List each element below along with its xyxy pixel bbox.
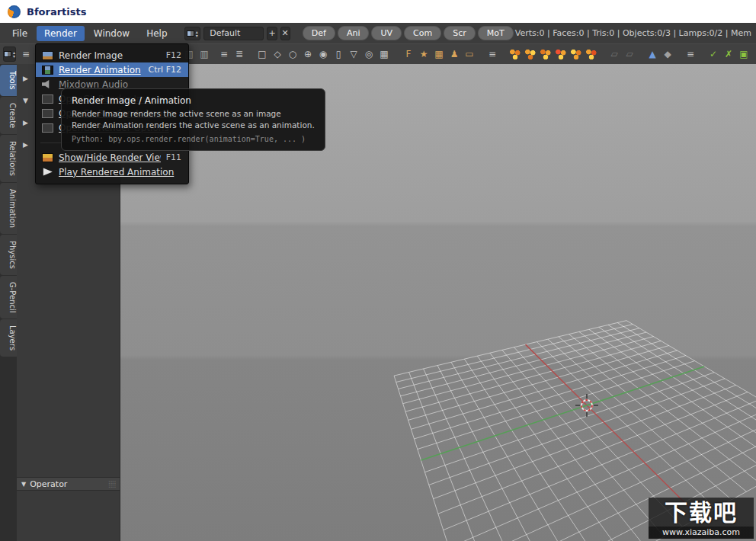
- toolbar-icons: ▥▥≡≣□◇○⊕◉▯▽◎▦F★▦♟▭≡▱▱▲◆≡✓✗▣✓✓: [182, 47, 756, 61]
- render-view-icon: [42, 153, 53, 162]
- screen-layout-button[interactable]: ▴▾: [184, 27, 201, 40]
- snap-off-icon[interactable]: ✗: [722, 47, 735, 61]
- sidebar-tab-layers[interactable]: Layers: [0, 319, 17, 357]
- particles-icon[interactable]: [508, 47, 522, 61]
- menu-item-render-image[interactable]: Render ImageF12: [36, 48, 188, 62]
- menu-icon[interactable]: ≡: [684, 47, 697, 61]
- layout-tab-mot[interactable]: MoT: [478, 26, 514, 40]
- menu-icon[interactable]: ≡: [485, 47, 499, 61]
- screen-layout-name-field[interactable]: Default: [203, 27, 264, 40]
- sequence-icon[interactable]: ▥: [197, 47, 211, 61]
- tooltip-python: Python: bpy.ops.render.render(animation=…: [72, 135, 315, 143]
- render-still-icon: [42, 51, 53, 60]
- fkey-icon[interactable]: F: [402, 47, 415, 61]
- grid-line: [599, 327, 756, 463]
- snap-icon[interactable]: ✓: [706, 47, 720, 61]
- render-animation-icon: [42, 66, 53, 75]
- sidebar-tab-physics[interactable]: Physics: [0, 235, 17, 275]
- layout-tab-uv[interactable]: UV: [371, 26, 402, 40]
- menubar-item-render[interactable]: Render: [37, 26, 85, 41]
- menu-item-label: Render Image: [59, 50, 161, 61]
- sidebar-tab-create[interactable]: Create: [0, 97, 17, 134]
- sphere-icon[interactable]: ⊕: [301, 47, 315, 61]
- layout-tab-row: DefAniUVComScrMoT: [303, 26, 514, 40]
- render-border-icon[interactable]: ▣: [737, 47, 751, 61]
- operator-panel-label: Operator: [30, 479, 67, 489]
- scene-stats: Verts:0 | Faces:0 | Tris:0 | Objects:0/3…: [515, 28, 753, 38]
- grid-line: [490, 353, 645, 541]
- particles-icon[interactable]: [554, 47, 568, 61]
- panel-grip-icon[interactable]: ⣿⣿: [108, 480, 115, 488]
- menu-item-label: Play Rendered Animation: [59, 167, 176, 178]
- editor-type-icon: [4, 51, 11, 57]
- sidebar-tab-g-pencil[interactable]: G-Pencil: [0, 276, 17, 319]
- torus-icon[interactable]: ◎: [362, 47, 376, 61]
- metaball-icon[interactable]: ◉: [316, 47, 330, 61]
- cone-icon[interactable]: ▽: [347, 47, 360, 61]
- toolshelf-tabs: ToolsCreateRelationsAnimationPhysicsG-Pe…: [0, 64, 17, 541]
- layout-tab-def[interactable]: Def: [303, 26, 335, 40]
- menubar-items: FileRenderWindowHelp: [5, 26, 175, 41]
- particles-icon[interactable]: [569, 47, 583, 61]
- tooltip-title: Render Image / Animation: [72, 95, 315, 106]
- window-title: Bforartists: [27, 6, 86, 18]
- audio-icon: [42, 80, 53, 89]
- inactive-icon[interactable]: ▱: [607, 47, 621, 61]
- list-menu-icon[interactable]: ≣: [232, 47, 246, 61]
- layout-tab-scr[interactable]: Scr: [444, 26, 476, 40]
- menu-item-play-rendered-animation[interactable]: Play Rendered Animation: [36, 165, 188, 179]
- bforartists-window: Bforartists FileRenderWindowHelp ▴▾ Defa…: [0, 0, 756, 541]
- inactive-icon[interactable]: ▱: [623, 47, 636, 61]
- particles-icon[interactable]: [524, 47, 537, 61]
- menu-item-shortcut: F11: [166, 152, 181, 162]
- menu-icon[interactable]: ≡: [217, 47, 231, 61]
- grid-icon[interactable]: ▦: [377, 47, 391, 61]
- tooltip-lines: Render Image renders the active scene as…: [72, 108, 315, 131]
- monitor-icon[interactable]: ▭: [463, 47, 476, 61]
- menubar-item-file[interactable]: File: [5, 26, 35, 41]
- star-icon[interactable]: ★: [417, 47, 431, 61]
- pivot-icon[interactable]: ◆: [661, 47, 674, 61]
- polygon-icon[interactable]: ◇: [271, 47, 284, 61]
- check-icon[interactable]: ✓: [752, 47, 756, 61]
- panel-collapse-icon: ▼: [21, 481, 26, 488]
- menu-item-shortcut: Ctrl F12: [149, 65, 181, 75]
- sidebar-tab-tools[interactable]: Tools: [0, 65, 17, 96]
- sidebar-tab-animation[interactable]: Animation: [0, 183, 17, 234]
- particles-icon[interactable]: [585, 47, 598, 61]
- delete-layout-button[interactable]: ✕: [280, 27, 290, 40]
- lattice-icon[interactable]: ▦: [432, 47, 446, 61]
- grid-line: [401, 332, 647, 396]
- watermark-url: www.xiazaiba.com: [649, 527, 754, 539]
- tooltip-line: Render Image renders the active scene as…: [72, 108, 315, 120]
- circle-icon[interactable]: ○: [286, 47, 300, 61]
- menu-item-label: Show/Hide Render View: [59, 152, 161, 163]
- add-layout-button[interactable]: +: [267, 27, 277, 40]
- opengl-icon: [42, 123, 53, 133]
- cylinder-icon[interactable]: ▯: [332, 47, 345, 61]
- sidebar-tab-relations[interactable]: Relations: [0, 135, 17, 182]
- grid-line: [569, 335, 756, 484]
- grid-line: [399, 328, 639, 389]
- grid-line: [477, 356, 625, 541]
- screen-layout-icon: [187, 30, 194, 37]
- grid-line: [464, 359, 604, 541]
- menu-item-label: Render Animation: [59, 65, 143, 75]
- manipulator-icon[interactable]: ▲: [645, 47, 659, 61]
- x-axis-line: [526, 344, 700, 517]
- grid-line: [438, 392, 748, 514]
- chevron-updown-icon: ▴▾: [196, 30, 198, 37]
- plane-icon[interactable]: □: [255, 47, 269, 61]
- particles-icon[interactable]: [539, 47, 553, 61]
- figure-icon[interactable]: ♟: [447, 47, 461, 61]
- menu-icon[interactable]: ≡: [19, 47, 33, 61]
- layout-tab-ani[interactable]: Ani: [338, 26, 370, 40]
- menu-item-render-animation[interactable]: Render AnimationCtrl F12: [36, 62, 188, 77]
- watermark-title: 下载吧: [649, 499, 754, 527]
- editor-type-button[interactable]: ▴▾: [3, 46, 16, 62]
- menubar-item-window[interactable]: Window: [86, 26, 137, 41]
- menu-item-show-hide-render-view[interactable]: Show/Hide Render ViewF11: [36, 150, 188, 165]
- layout-tab-com[interactable]: Com: [404, 26, 441, 40]
- menubar-item-help[interactable]: Help: [139, 26, 175, 41]
- operator-panel-header[interactable]: ▼ Operator ⣿⣿: [17, 477, 120, 491]
